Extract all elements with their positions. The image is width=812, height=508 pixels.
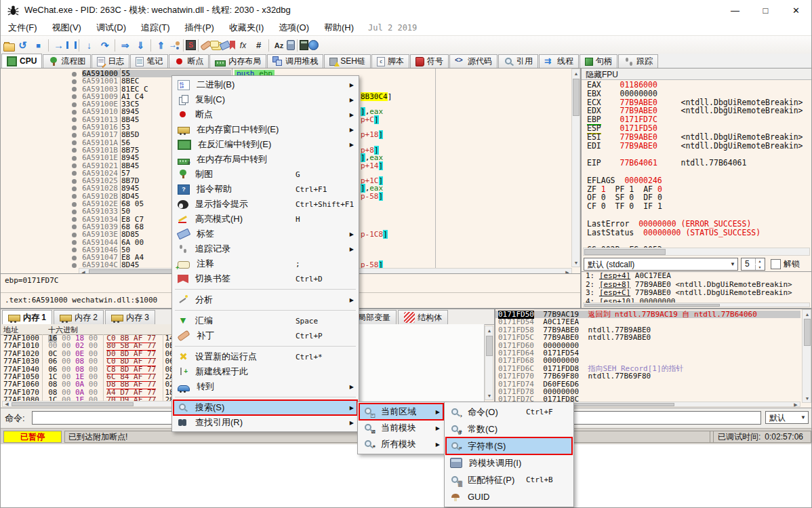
register-line[interactable]: LastStatus 00000000 (STATUS_SUCCESS) — [582, 229, 810, 237]
tab-references[interactable]: 引用 — [498, 54, 538, 68]
locals-vscrollbar[interactable] — [485, 326, 493, 400]
attach-icon[interactable] — [169, 41, 181, 50]
stack-vscrollbar[interactable] — [802, 309, 811, 403]
breakpoint-dot-icon[interactable] — [72, 210, 77, 214]
submenu-item-当前模块[interactable]: ⊠当前模块 — [359, 420, 443, 436]
submenu-item-跨模块调用(I)[interactable]: 跨模块调用(I) — [446, 454, 572, 471]
labels-icon[interactable] — [220, 40, 231, 50]
menu-追踪(T)[interactable]: 追踪(T) — [134, 20, 178, 35]
run-icon[interactable]: → — [51, 38, 66, 53]
menu-收藏夹(I)[interactable]: 收藏夹(I) — [222, 20, 271, 35]
scroll-thumb[interactable] — [584, 304, 720, 307]
breakpoint-dot-icon[interactable] — [72, 156, 77, 161]
memory-tab[interactable]: 内存 2 — [54, 310, 104, 324]
breakpoint-dot-icon[interactable] — [72, 202, 77, 207]
breakpoint-dot-icon[interactable] — [72, 148, 77, 153]
pause-icon[interactable] — [66, 41, 77, 49]
menu-item-搜索(S)[interactable]: 搜索(S) — [174, 400, 357, 415]
breakpoint-dot-icon[interactable] — [72, 224, 77, 229]
menu-item-标签[interactable]: 标签 — [174, 227, 357, 241]
menu-帮助(H)[interactable]: 帮助(H) — [317, 20, 361, 35]
menu-item-在内存布局中转到[interactable]: ⌕在内存布局中转到 — [174, 152, 357, 167]
step-out-icon[interactable]: ⇑ — [153, 38, 169, 53]
minimize-button[interactable]: — — [720, 1, 750, 20]
calls-icon[interactable] — [287, 40, 295, 50]
menu-item-注释[interactable]: 注释; — [174, 256, 357, 271]
scroll-down-icon[interactable] — [803, 394, 811, 402]
step-over-icon[interactable]: ↷ — [97, 38, 113, 53]
restart-icon[interactable]: ↺ — [15, 38, 31, 53]
menu-item-汇编[interactable]: ▼汇编Space — [174, 313, 357, 328]
tab-seh[interactable]: SEH链 — [324, 54, 371, 68]
execute-till-return-icon[interactable]: ⇓ — [133, 38, 148, 53]
tab-threads[interactable]: ⇉线程 — [539, 54, 579, 68]
tab-notes[interactable]: 笔记 — [130, 54, 168, 68]
menu-item-查找引用(R)[interactable]: 查找引用(R) — [174, 415, 357, 430]
breakpoint-dot-icon[interactable] — [72, 102, 77, 107]
menu-item-补丁[interactable]: 补丁Ctrl+P — [174, 328, 357, 343]
submenu-item-匹配特征(P)[interactable]: ▒匹配特征(P)Ctrl+B — [446, 471, 572, 488]
breakpoint-dot-icon[interactable] — [72, 87, 77, 92]
breakpoint-dot-icon[interactable] — [72, 248, 77, 252]
argument-count-spinner[interactable]: 5 — [741, 258, 765, 271]
breakpoint-dot-icon[interactable] — [72, 187, 77, 191]
close-button[interactable]: ✕ — [781, 1, 811, 20]
tab-callstack[interactable]: 调用堆栈 — [267, 54, 323, 68]
breakpoint-dot-icon[interactable] — [72, 79, 77, 84]
menu-item-二进制(B)[interactable]: 二进制(B) — [174, 77, 357, 92]
registers-panel[interactable]: 隐藏FPU EAX 01186000EBX 00000000ECX 77B9AB… — [581, 68, 812, 309]
submenu-item-常数(C)[interactable]: #常数(C) — [446, 421, 572, 437]
menu-item-新建线程于此[interactable]: 新建线程于此 — [174, 364, 357, 379]
menu-item-切换书签[interactable]: 切换书签Ctrl+D — [174, 271, 357, 286]
locals-tab[interactable]: 结构体 — [398, 310, 448, 324]
menu-item-在内存窗口中转到(E)[interactable]: 在内存窗口中转到(E) — [174, 122, 357, 137]
breakpoint-dot-icon[interactable] — [72, 194, 77, 199]
tab-handles[interactable]: 句柄 — [580, 54, 617, 68]
breakpoint-dot-icon[interactable] — [72, 233, 77, 237]
scroll-up-icon[interactable] — [485, 326, 493, 334]
run-to-user-icon[interactable]: ⇒ — [117, 38, 133, 53]
submenu-item-字符串(S)[interactable]: “字符串(S) — [446, 437, 572, 454]
breakpoint-dot-icon[interactable] — [72, 72, 77, 77]
menu-item-转到[interactable]: 转到 — [174, 379, 357, 394]
memory-tab[interactable]: 内存 1 — [2, 310, 52, 324]
breakpoint-dot-icon[interactable] — [72, 240, 77, 245]
breakpoint-dot-icon[interactable] — [72, 263, 77, 268]
text-az-icon[interactable]: Az — [271, 38, 287, 53]
breakpoint-dot-icon[interactable] — [72, 256, 77, 260]
tab-script[interactable]: c脚本 — [371, 54, 409, 68]
menu-插件(P)[interactable]: 插件(P) — [178, 20, 222, 35]
scroll-down-icon[interactable] — [572, 258, 580, 267]
tab-symbols[interactable]: 符号 — [410, 54, 449, 68]
maximize-button[interactable]: □ — [750, 1, 781, 20]
tab-memmap[interactable]: 内存布局 — [209, 54, 266, 68]
breakpoint-dot-icon[interactable] — [72, 140, 77, 145]
register-line[interactable]: CF 0 TF 0 IF 1 — [582, 202, 810, 211]
tab-graph[interactable]: 流程图 — [43, 54, 91, 68]
scroll-thumb[interactable] — [12, 402, 134, 406]
menu-item-设置新的运行点[interactable]: 设置新的运行点Ctrl+* — [174, 349, 357, 364]
calling-convention-dropdown[interactable]: 默认 (stdcall) — [584, 258, 738, 271]
comments-icon[interactable] — [210, 41, 219, 47]
stop-icon[interactable]: ■ — [31, 38, 46, 53]
submenu-item-所有模块[interactable]: *所有模块 — [359, 436, 443, 452]
tab-cpu[interactable]: CPU — [1, 54, 42, 68]
unlock-checkbox[interactable] — [771, 259, 781, 269]
menu-文件(F)[interactable]: 文件(F) — [1, 20, 45, 35]
scroll-up-icon[interactable] — [803, 310, 811, 318]
submenu-item-命令(O)[interactable]: ›命令(O)Ctrl+F — [446, 404, 572, 421]
menu-item-指令帮助[interactable]: ?指令帮助Ctrl+F1 — [174, 182, 357, 197]
breakpoint-dot-icon[interactable] — [72, 179, 77, 184]
tab-source[interactable]: <>源代码 — [449, 54, 498, 68]
menu-视图(V)[interactable]: 视图(V) — [45, 20, 89, 35]
constants-hash-icon[interactable]: # — [251, 38, 266, 53]
menu-item-显示指令提示[interactable]: 显示指令提示Ctrl+Shift+F1 — [174, 197, 357, 212]
strings-s-icon[interactable]: S — [186, 40, 196, 50]
breakpoint-dot-icon[interactable] — [72, 163, 77, 168]
command-profile-dropdown[interactable]: 默认 — [765, 411, 809, 424]
menu-调试(D)[interactable]: 调试(D) — [89, 20, 134, 35]
breakpoint-dot-icon[interactable] — [72, 110, 77, 115]
breakpoint-dot-icon[interactable] — [72, 125, 77, 130]
menu-item-断点[interactable]: 断点 — [174, 107, 357, 122]
breakpoint-dot-icon[interactable] — [72, 117, 77, 122]
